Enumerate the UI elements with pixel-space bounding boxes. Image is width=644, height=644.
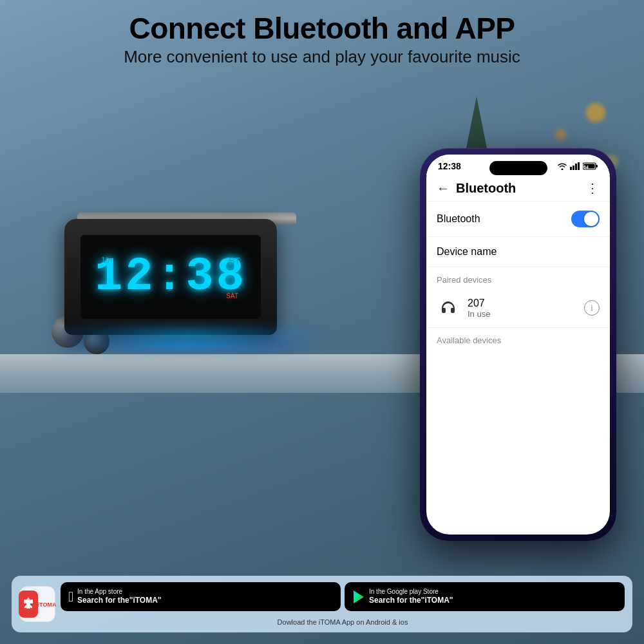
main-title: Connect Bluetooth and APP [0, 12, 644, 46]
bluetooth-screen-title: Bluetooth [456, 181, 516, 196]
apple-pre-label: In the App store [77, 587, 162, 596]
phone-outer: 12:38 [420, 148, 616, 541]
bluetooth-toggle-label: Bluetooth [437, 213, 480, 225]
app-store-inner:  In the App store Search for the"iTOMA" [61, 582, 625, 626]
svg-marker-9 [354, 591, 364, 603]
clock-day-display: SAT [226, 292, 238, 299]
more-options-button[interactable]: ⋮ [586, 180, 600, 196]
sub-title: More convenient to use and play your fav… [0, 47, 644, 67]
google-pre-label: In the Google play Store [369, 587, 453, 596]
bokeh-light-2 [555, 129, 567, 140]
clock-ch-indicator: 1/л [101, 256, 112, 265]
itoma-logo: iTOMA [19, 586, 55, 622]
toggle-knob [584, 212, 598, 226]
available-devices-area [426, 349, 610, 478]
back-button[interactable]: ← [437, 181, 450, 196]
svg-rect-0 [570, 167, 572, 170]
bluetooth-toggle-row: Bluetooth [426, 202, 610, 237]
google-play-icon [352, 590, 365, 604]
clock-bt-indicator: BT [229, 256, 240, 266]
apple-badge-text: In the App store Search for the"iTOMA" [77, 587, 162, 606]
device-name-row[interactable]: Device name [426, 237, 610, 267]
svg-rect-5 [596, 165, 598, 167]
download-text: Dowload the iTOMA App on Android & ios [61, 618, 625, 626]
paired-device-status: In use [468, 309, 576, 319]
itoma-icon [19, 594, 38, 614]
heading-area: Connect Bluetooth and APP More convenien… [0, 0, 644, 67]
apple-app-store-badge[interactable]:  In the App store Search for the"iTOMA" [61, 582, 341, 611]
dynamic-island [489, 161, 547, 175]
paired-device-info: 207 In use [468, 298, 576, 319]
clock-display: 1/л 12:38 BT SAT [80, 235, 261, 319]
svg-rect-3 [578, 162, 580, 170]
apple-badge-title: Search for the"iTOMA" [77, 596, 162, 606]
available-devices-section-label: Available devices [426, 328, 610, 349]
bt-header-left: ← Bluetooth [437, 181, 516, 196]
clock-radio: 1/л 12:38 BT SAT [64, 219, 309, 354]
clock-shelf-glow [64, 338, 309, 354]
device-info-button[interactable]: i [584, 300, 600, 316]
app-store-badges:  In the App store Search for the"iTOMA" [61, 582, 625, 611]
itoma-label: iTOMA [38, 601, 57, 608]
battery-icon: 64 [583, 162, 598, 170]
clock-time-display: 12:38 [95, 251, 247, 303]
google-badge-title: Search for the"iTOMA" [369, 596, 453, 606]
app-store-section: iTOMA  In the App store Search for the"… [12, 576, 632, 632]
bluetooth-toggle[interactable] [571, 211, 600, 227]
svg-rect-1 [573, 166, 574, 170]
svg-rect-2 [575, 164, 577, 170]
paired-device-row[interactable]: 207 In use i [426, 289, 610, 328]
bokeh-light-1 [586, 103, 605, 122]
clock-device: 1/л 12:38 BT SAT [64, 219, 277, 335]
phone-screen: 12:38 [426, 155, 610, 535]
status-icons: 64 [557, 162, 598, 170]
apple-icon:  [68, 589, 73, 605]
bluetooth-header: ← Bluetooth ⋮ [426, 175, 610, 202]
paired-devices-section-label: Paired devices [426, 267, 610, 289]
device-name-label: Device name [437, 246, 497, 257]
status-time: 12:38 [438, 161, 461, 171]
phone-wrapper: 12:38 [420, 148, 626, 541]
google-badge-text: In the Google play Store Search for the"… [369, 587, 453, 606]
wifi-icon [557, 162, 567, 170]
google-play-badge[interactable]: In the Google play Store Search for the"… [345, 582, 625, 611]
signal-icon [570, 162, 580, 170]
headphone-icon [437, 296, 460, 319]
paired-device-name: 207 [468, 298, 576, 309]
svg-text:64: 64 [583, 165, 589, 169]
itoma-logo-icon [19, 591, 38, 618]
